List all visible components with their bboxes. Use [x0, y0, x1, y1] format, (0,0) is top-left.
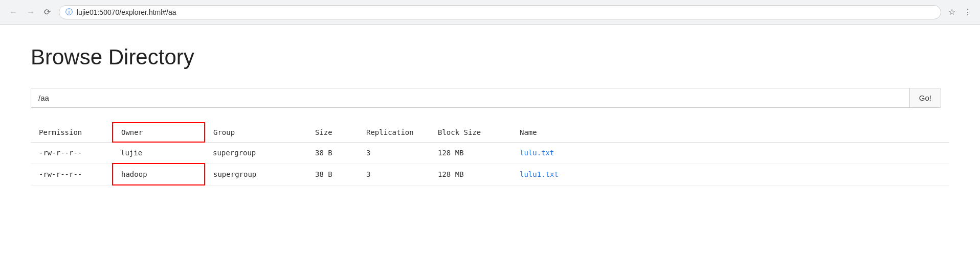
path-row: Go! [31, 88, 941, 108]
secure-icon: ⓘ [65, 8, 73, 17]
cell-blocksize: 128 MB [430, 164, 511, 185]
cell-name[interactable]: lulu1.txt [511, 164, 949, 185]
cell-permission: -rw-r--r-- [31, 164, 113, 185]
cell-owner: hadoop [113, 164, 205, 185]
directory-table: Permission Owner Group Size Replication … [31, 122, 949, 185]
header-name: Name [511, 123, 949, 142]
cell-name[interactable]: lulu.txt [511, 142, 949, 164]
file-link[interactable]: lulu.txt [520, 149, 554, 157]
cell-owner: lujie [113, 142, 205, 164]
nav-buttons: ← → ⟳ [6, 6, 54, 18]
browser-actions: ☆ ⋮ [946, 5, 974, 19]
bookmark-button[interactable]: ☆ [946, 5, 957, 19]
cell-replication: 3 [358, 164, 430, 185]
cell-replication: 3 [358, 142, 430, 164]
back-button[interactable]: ← [6, 6, 20, 18]
table-row: -rw-r--r-- hadoop supergroup 38 B 3 128 … [31, 164, 949, 185]
table-body: -rw-r--r-- lujie supergroup 38 B 3 128 M… [31, 142, 949, 185]
forward-button[interactable]: → [24, 6, 38, 18]
file-link[interactable]: lulu1.txt [520, 170, 559, 178]
page-title: Browse Directory [31, 45, 949, 69]
header-blocksize: Block Size [430, 123, 511, 142]
table-header-row: Permission Owner Group Size Replication … [31, 123, 949, 142]
cell-group: supergroup [205, 142, 307, 164]
path-input[interactable] [31, 88, 909, 107]
menu-button[interactable]: ⋮ [962, 5, 974, 19]
table-row: -rw-r--r-- lujie supergroup 38 B 3 128 M… [31, 142, 949, 164]
header-group: Group [205, 123, 307, 142]
page-content: Browse Directory Go! Permission Owner Gr… [0, 25, 980, 206]
cell-group: supergroup [205, 164, 307, 185]
cell-size: 38 B [307, 142, 358, 164]
go-button[interactable]: Go! [909, 88, 941, 107]
header-replication: Replication [358, 123, 430, 142]
address-input[interactable] [77, 8, 934, 16]
cell-size: 38 B [307, 164, 358, 185]
address-bar-wrapper: ⓘ [59, 5, 941, 19]
cell-blocksize: 128 MB [430, 142, 511, 164]
browser-chrome: ← → ⟳ ⓘ ☆ ⋮ [0, 0, 980, 25]
header-size: Size [307, 123, 358, 142]
cell-permission: -rw-r--r-- [31, 142, 113, 164]
header-permission: Permission [31, 123, 113, 142]
reload-button[interactable]: ⟳ [41, 6, 54, 18]
header-owner: Owner [113, 123, 205, 142]
